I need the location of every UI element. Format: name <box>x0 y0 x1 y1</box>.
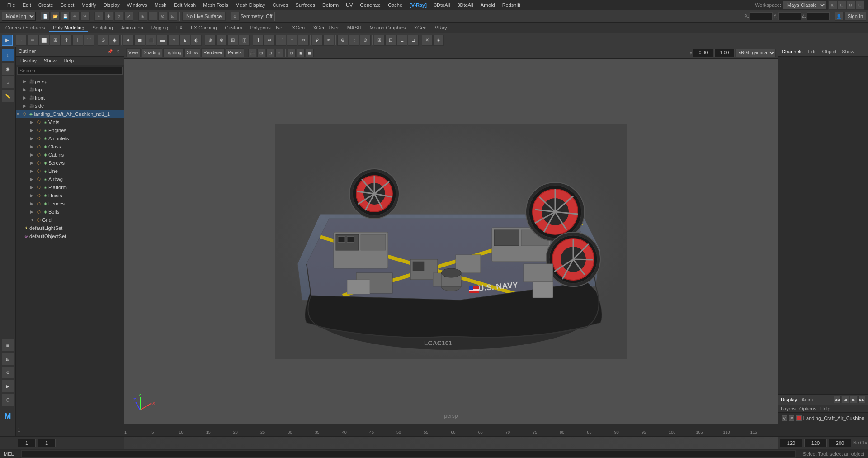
outliner-menu-help[interactable]: Help <box>62 57 76 64</box>
menu-uv[interactable]: UV <box>342 1 356 9</box>
menu-cache[interactable]: Cache <box>384 1 406 9</box>
boolean-icon[interactable]: ⊞ <box>227 35 238 46</box>
select-mode-icon[interactable]: ▶ <box>2 35 13 46</box>
rp-menu-layers[interactable]: Layers <box>781 406 796 411</box>
rp-menu-help[interactable]: Help <box>820 406 830 411</box>
tab-rigging[interactable]: Rigging <box>148 24 172 32</box>
gamma-mode-select[interactable]: sRGB gamma <box>736 49 776 57</box>
vt-shading[interactable]: Shading <box>142 48 163 57</box>
vt-panels[interactable]: Panels <box>226 48 244 57</box>
redo-icon[interactable]: ↪ <box>80 12 90 21</box>
transform-icon[interactable]: ✛ <box>61 35 72 46</box>
crease-icon[interactable]: ⌇ <box>349 35 359 46</box>
tree-item-air-inlets[interactable]: ▶ ⬡ ◈ Air_inlets <box>16 134 124 143</box>
menu-help[interactable]: Redshift <box>499 1 524 9</box>
paint-icon[interactable]: 🖌 <box>312 35 323 46</box>
range-end-input[interactable] <box>780 439 802 447</box>
tree-item-vints[interactable]: ▶ ⬡ ◈ Vints <box>16 118 124 126</box>
mode-select[interactable]: Modeling <box>2 12 36 21</box>
vt-camera-icon[interactable]: 🎥 <box>248 49 256 57</box>
tab-fx-caching[interactable]: FX Caching <box>187 24 220 32</box>
tree-item-platform[interactable]: ▶ ⬡ ◈ Platform <box>16 183 124 191</box>
rp-menu-options[interactable]: Options <box>799 406 816 411</box>
save-scene-icon[interactable]: 💾 <box>61 12 70 21</box>
menu-curves[interactable]: Curves <box>269 1 292 9</box>
menu-mesh[interactable]: Mesh <box>151 1 170 9</box>
playback-start-input[interactable] <box>804 439 827 447</box>
snap-icon[interactable]: ⊙ <box>98 35 108 46</box>
rotate-tool-icon[interactable]: ↻ <box>114 12 123 21</box>
vt-select-icon[interactable]: ↕ <box>275 49 283 57</box>
poly-sphere-icon[interactable]: ● <box>123 35 134 46</box>
tree-item-bolts[interactable]: ▶ ⬡ ◈ Bolts <box>16 208 124 216</box>
relax-icon[interactable]: ≈ <box>323 35 334 46</box>
viewport-canvas[interactable]: U.S. NAVY LCAC101 <box>124 59 778 424</box>
poly-cone-icon[interactable]: ▲ <box>179 35 190 46</box>
vt-renderer[interactable]: Renderer <box>201 48 225 57</box>
edge-select-icon[interactable]: ━ <box>27 35 38 46</box>
bevel-icon[interactable]: ⌒ <box>275 35 286 46</box>
tree-item-hoists[interactable]: ▶ ⬡ ◈ Hoists <box>16 191 124 200</box>
tree-item-object-set[interactable]: ⊛ defaultObjectSet <box>16 232 124 240</box>
tree-item-side[interactable]: ▶ 🎥 side <box>16 102 124 110</box>
rp-tab-display[interactable]: Display <box>781 397 797 402</box>
rp-nav-right[interactable]: ▶ <box>850 396 857 403</box>
poly-plane-icon[interactable]: ▬ <box>157 35 168 46</box>
combine-icon[interactable]: ⊕ <box>205 35 216 46</box>
snap-view-icon[interactable]: ⊡ <box>168 12 177 21</box>
uv-select-icon[interactable]: ⊞ <box>50 35 61 46</box>
playback-end-input[interactable] <box>829 439 851 447</box>
outliner-close-icon[interactable]: ✕ <box>115 48 121 55</box>
vt-flat-icon[interactable]: ◼ <box>306 49 314 57</box>
rp-nav-left[interactable]: ◀◀ <box>834 396 841 403</box>
soft-select-icon[interactable]: ◉ <box>109 35 120 46</box>
scrubber-bar[interactable] <box>124 437 778 449</box>
move-tool-icon[interactable]: ✚ <box>104 12 113 21</box>
vt-frame-icon[interactable]: ⊡ <box>266 49 274 57</box>
outliner-pin-icon[interactable]: 📌 <box>107 48 113 55</box>
symmetry-icon[interactable]: ⊘ <box>231 12 240 21</box>
tree-item-cabins[interactable]: ▶ ⬡ ◈ Cabins <box>16 151 124 159</box>
poly-cylinder-icon[interactable]: ⬛ <box>146 35 156 46</box>
sign-in-btn[interactable]: Sign In <box>844 12 866 21</box>
paint-select-icon[interactable]: ◉ <box>1 62 14 75</box>
node-editor-icon[interactable]: ⬡ <box>1 393 14 406</box>
uv-cylindrical-icon[interactable]: ⊏ <box>396 35 407 46</box>
tab-vray[interactable]: VRay <box>431 24 451 32</box>
workspace-icon4[interactable]: ⊡ <box>855 0 864 10</box>
tab-mash[interactable]: MASH <box>344 24 365 32</box>
menu-mesh-display[interactable]: Mesh Display <box>232 1 269 9</box>
rp-tab-edit[interactable]: Edit <box>808 49 816 54</box>
rp-nav-last[interactable]: ▶▶ <box>858 396 865 403</box>
tree-item-grid[interactable]: ▼ ⬡ Grid <box>16 216 124 224</box>
tree-item-screws[interactable]: ▶ ⬡ ◈ Screws <box>16 159 124 167</box>
rp-tab-anim[interactable]: Anim <box>802 397 813 402</box>
menu-arnold[interactable]: 3DtoAll <box>453 1 476 9</box>
tab-curves-surfaces[interactable]: Curves / Surfaces <box>2 24 48 32</box>
tree-item-landing-craft[interactable]: ▼ ⬡ ◈ landing_Craft_Air_Cushion_nd1_1 <box>16 110 124 118</box>
tab-poly-modeling[interactable]: Poly Modeling <box>49 24 88 32</box>
layer-visibility-btn[interactable]: V <box>782 415 787 421</box>
menu-display[interactable]: Display <box>100 1 123 9</box>
snap-point-icon[interactable]: ⊙ <box>158 12 167 21</box>
snap-curve-icon[interactable]: ⌒ <box>148 12 157 21</box>
current-frame-input[interactable] <box>18 439 36 447</box>
menu-edit-mesh[interactable]: Edit Mesh <box>170 1 199 9</box>
undo-icon[interactable]: ↩ <box>71 12 80 21</box>
y-input[interactable] <box>778 12 801 20</box>
gamma-input[interactable] <box>693 49 713 57</box>
menu-redshift[interactable]: Arnold <box>477 1 499 9</box>
vt-lighting[interactable]: Lighting <box>163 48 184 57</box>
layer-color-swatch[interactable] <box>796 415 802 421</box>
mirror-icon[interactable]: ◫ <box>239 35 250 46</box>
maya-logo[interactable]: M <box>5 411 11 421</box>
menu-vray[interactable]: [V-Ray] <box>406 1 430 9</box>
vt-show[interactable]: Show <box>184 48 200 57</box>
tree-item-top[interactable]: ▶ 🎥 top <box>16 86 124 94</box>
workspace-icon2[interactable]: ⊟ <box>837 0 846 10</box>
rp-nav-prev[interactable]: ◀ <box>842 396 849 403</box>
viewport[interactable]: View Shading Lighting Show Renderer Pane… <box>124 47 778 424</box>
z-input[interactable] <box>807 12 830 20</box>
smooth-icon[interactable]: ⊛ <box>337 35 348 46</box>
tree-item-front[interactable]: ▶ 🎥 front <box>16 94 124 102</box>
